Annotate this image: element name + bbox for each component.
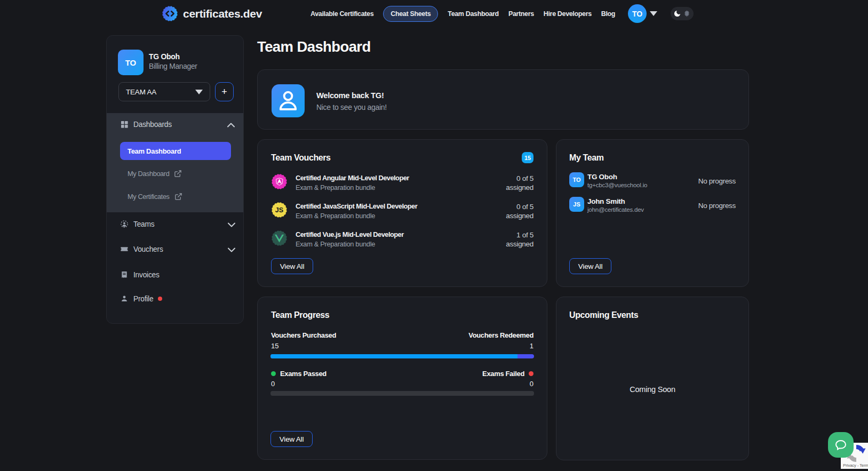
svg-text:JS: JS xyxy=(275,206,283,214)
